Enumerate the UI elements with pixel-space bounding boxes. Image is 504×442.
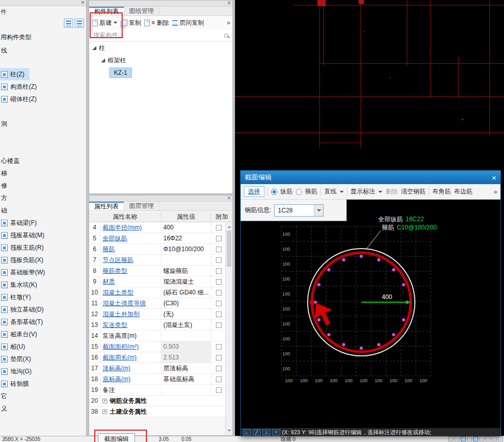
property-name[interactable]: 泵送类型 [100,320,161,330]
longitudinal-radio[interactable] [271,189,277,195]
property-name[interactable]: 备注 [100,385,161,395]
annotation-stirrup-value[interactable]: C10@100/200 [397,224,437,231]
interlayer-copy-button[interactable]: 层间复制 [172,19,204,27]
property-value[interactable] [161,331,211,341]
sidebar-item[interactable]: 础 [0,204,12,217]
property-name[interactable]: 节点区箍筋 [100,255,161,265]
property-value[interactable]: (砾石 GD40 细... [161,287,211,298]
property-value[interactable]: 基础底标高 [161,374,211,384]
tab-drawing-management[interactable]: 图纸管理 [124,7,159,15]
section-canvas[interactable]: 1001001001001001001001001001001001001001… [241,200,500,428]
sidebar-item[interactable]: 柱(Z) [0,68,29,80]
toolbar-overflow-icon[interactable]: » [494,188,497,195]
status-toggle-icon[interactable] [461,436,466,441]
ortho-mode-icon[interactable]: ∟ [243,429,251,436]
sidebar-item[interactable]: 修 [0,179,12,192]
longitudinal-radio-label[interactable]: 纵筋 [280,187,293,196]
status-toggle-icon[interactable] [498,436,503,441]
sidebar-item[interactable]: 方 [0,192,12,204]
close-icon[interactable]: × [227,0,231,6]
expander-icon[interactable] [92,46,96,50]
diagonal-mode-icon[interactable]: ╱ [253,429,261,436]
sidebar-item[interactable]: 构造柱(Z) [0,80,42,93]
tab-component-list[interactable]: 构件列表 [89,7,124,15]
dialog-titlebar[interactable]: 截面编辑 × [241,171,500,184]
sidebar-item[interactable]: 梯 [0,167,12,179]
stirrup-radio[interactable] [296,189,302,195]
toolbar-overflow-icon[interactable]: » [227,19,230,26]
status-toggle-icon[interactable] [473,436,478,441]
property-scrollbar[interactable] [225,222,232,435]
property-name[interactable]: 混凝土外加剂 [100,309,161,319]
expand-plus-icon[interactable]: + [103,410,107,414]
perpendicular-mode-icon[interactable]: ⊥ [262,429,271,436]
scroll-down-icon[interactable] [227,430,231,434]
property-value[interactable]: 层顶标高 [161,363,211,373]
checkbox[interactable] [216,355,222,361]
chevron-down-icon[interactable] [378,191,382,195]
property-value[interactable]: (C30) [161,298,211,308]
checkbox[interactable] [216,312,222,317]
checkbox[interactable] [216,322,222,328]
sidebar-item[interactable]: 桩承台(V) [0,328,42,340]
status-toggle-icon[interactable] [485,436,491,441]
sidebar-item[interactable]: 心楼盖 [0,155,25,167]
delete-button[interactable]: × 删除 [144,19,169,27]
checkbox[interactable] [216,376,222,382]
status-toggle-icon[interactable] [479,436,484,441]
property-name[interactable]: 泵送高度(m) [100,331,161,341]
edge-rebar-button[interactable]: 布边筋 [454,187,473,196]
property-name[interactable]: 混凝土类型 [100,287,161,298]
panel-titlebar[interactable]: × [0,0,86,6]
property-name[interactable]: 箍筋类型 [100,266,161,276]
chevron-down-icon[interactable] [113,22,117,26]
property-value[interactable]: 2.513 [161,352,211,363]
checkbox[interactable] [216,387,222,393]
property-value[interactable] [161,385,211,395]
sidebar-item[interactable]: 基础板带(W) [0,266,50,279]
property-name[interactable]: 截面半径(mm) [100,222,161,233]
property-group-name[interactable]: +土建业务属性 [100,406,225,417]
delete-rebar-button[interactable]: 删除 [385,187,398,196]
checkbox[interactable] [216,225,222,231]
property-value[interactable]: (混凝土泵) [161,320,211,330]
property-value[interactable] [161,255,211,265]
sidebar-item[interactable]: 独立基础(D) [0,303,49,316]
annotation-longitudinal-value[interactable]: 16C22 [406,216,424,223]
section-edit-button[interactable]: 截面编辑 [98,433,135,442]
snap-mode-icon[interactable]: + [272,429,280,436]
expander-icon[interactable] [101,58,105,62]
checkbox[interactable] [216,279,222,285]
checkbox[interactable] [216,247,222,252]
select-tool-button[interactable]: 选择 [244,186,264,197]
property-name[interactable]: 混凝土强度等级 [100,298,161,308]
selected-rebar-dot[interactable] [310,300,314,305]
scroll-up-icon[interactable] [227,224,231,228]
property-value[interactable]: 16Φ22 [161,233,211,243]
close-icon[interactable]: × [81,0,85,6]
list-view-button[interactable] [64,19,73,28]
status-toggle-icon[interactable] [448,436,453,441]
property-name[interactable]: 顶标高(m) [100,363,161,373]
clear-rebar-button[interactable]: 清空钢筋 [401,187,426,196]
sidebar-item[interactable]: 洞 [0,118,12,130]
tab-layer-management[interactable]: 图层管理 [124,202,159,210]
corner-rebar-button[interactable]: 布角筋 [432,187,451,196]
copy-button[interactable]: 复制 [121,19,141,27]
tree-item[interactable]: KZ-1 [89,67,232,79]
close-icon[interactable]: × [227,195,231,201]
status-toggle-icon[interactable] [455,436,460,441]
sidebar-item[interactable]: 地沟(G) [0,365,37,378]
combobox-dropdown-button[interactable] [314,205,323,216]
property-name[interactable]: 全部纵筋 [100,233,161,243]
component-search-input[interactable]: 搜索构件... [89,29,232,42]
sidebar-item[interactable]: 它 [0,390,12,402]
property-name[interactable]: 材质 [100,276,161,287]
property-name[interactable]: 截面周长(m) [100,352,161,363]
status-toggle-icon[interactable] [467,436,472,441]
tab-property-list[interactable]: 属性列表 [89,202,124,210]
property-group-name[interactable]: +钢筋业务属性 [100,396,225,406]
checkbox[interactable] [216,301,222,306]
checkbox[interactable] [216,344,222,350]
property-value[interactable]: 螺旋箍筋 [161,266,211,276]
